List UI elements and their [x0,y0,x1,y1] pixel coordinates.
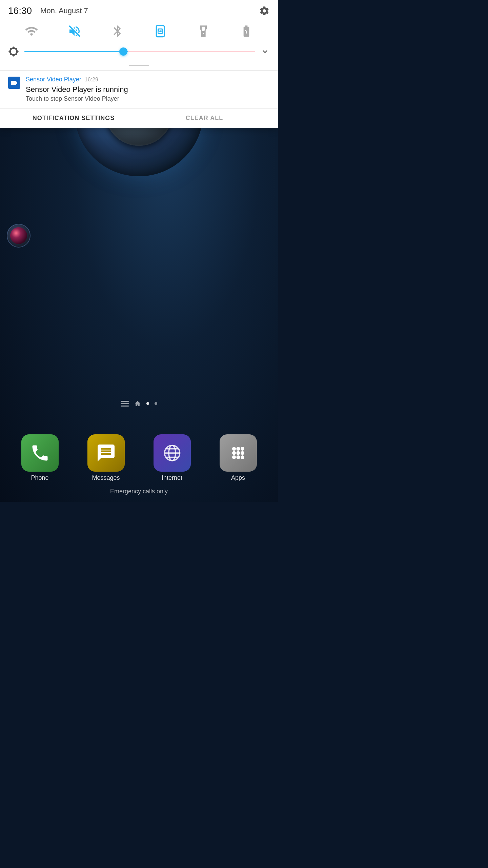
quick-settings-row [0,19,278,45]
flashlight-icon [197,24,210,38]
dock: Phone Messages Internet [0,434,278,481]
dock-item-messages[interactable]: Messages [87,434,125,481]
notif-app-name: Sensor Video Player [26,76,81,83]
clear-all-button[interactable]: CLEAR ALL [139,108,270,128]
svg-point-13 [232,455,236,459]
notif-title: Sensor Video Player is running [26,85,270,94]
svg-point-9 [241,447,244,451]
svg-point-11 [236,451,240,455]
notif-header: Sensor Video Player 16:29 [26,76,270,83]
notif-time: 16:29 [85,77,98,83]
messages-app-icon [87,434,125,472]
chevron-down-icon[interactable] [260,47,270,56]
wifi-quick-toggle[interactable] [23,23,40,39]
page-dot [155,402,157,405]
drag-handle [0,62,278,70]
internet-app-icon [154,434,191,472]
brightness-thumb[interactable] [119,47,127,56]
phone-label: Phone [31,474,48,481]
page-dot-active [146,402,149,405]
svg-point-8 [236,447,240,451]
flashlight-quick-toggle[interactable] [195,23,211,39]
brightness-icon [8,46,19,57]
page-indicators [0,400,278,407]
notification-settings-button[interactable]: NOTIFICATION SETTINGS [8,108,139,128]
status-date: Mon, August 7 [40,6,88,15]
notification-panel: 16:30 Mon, August 7 [0,0,278,128]
settings-icon[interactable] [259,5,270,16]
apps-app-icon [220,434,257,472]
bluetooth-icon [111,24,124,38]
notif-actions-bar: NOTIFICATION SETTINGS CLEAR ALL [0,108,278,128]
notif-content: Sensor Video Player 16:29 Sensor Video P… [26,76,270,102]
dock-item-phone[interactable]: Phone [21,434,59,481]
sound-off-icon [68,24,81,38]
svg-point-10 [232,451,236,455]
emergency-text: Emergency calls only [0,488,278,495]
svg-point-7 [232,447,236,451]
status-time: 16:30 [8,5,32,16]
page-home-icon [134,400,141,407]
brightness-row [0,45,278,62]
drag-handle-bar [129,65,149,66]
battery-icon [240,24,253,38]
wifi-icon [25,24,38,38]
sound-quick-toggle[interactable] [66,23,83,39]
internet-label: Internet [162,474,182,481]
page-list-icon [121,400,129,407]
notif-app-icon [8,77,20,89]
status-divider [36,7,36,15]
status-bar: 16:30 Mon, August 7 [0,0,278,19]
floating-widget-inner [10,227,27,244]
brightness-slider[interactable] [24,51,255,52]
bluetooth-quick-toggle[interactable] [109,23,126,39]
dock-item-internet[interactable]: Internet [154,434,191,481]
notif-body: Touch to stop Sensor Video Player [26,95,270,102]
messages-icon [96,443,116,463]
svg-point-12 [241,451,244,455]
svg-point-15 [241,455,244,459]
messages-label: Messages [92,474,120,481]
screen-lock-icon [154,24,167,38]
apps-icon [228,443,248,463]
notification-item[interactable]: Sensor Video Player 16:29 Sensor Video P… [0,71,278,108]
internet-icon [162,443,182,463]
phone-icon [30,443,50,463]
apps-label: Apps [231,474,245,481]
svg-point-14 [236,455,240,459]
dock-item-apps[interactable]: Apps [220,434,257,481]
phone-app-icon [21,434,59,472]
status-bar-left: 16:30 Mon, August 7 [8,5,88,16]
screen-lock-quick-toggle[interactable] [152,23,168,39]
floating-widget[interactable] [7,224,30,248]
svg-rect-20 [159,29,162,31]
sensor-video-icon [10,79,18,87]
battery-quick-toggle[interactable] [238,23,255,39]
